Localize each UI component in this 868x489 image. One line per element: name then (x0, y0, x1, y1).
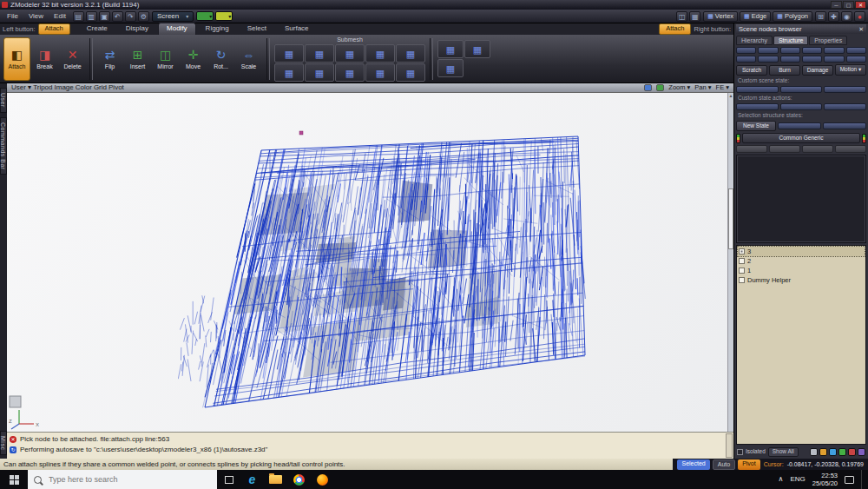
menu-edit[interactable]: Edit (49, 11, 70, 21)
undo-icon[interactable]: ↶ (112, 11, 123, 22)
color-swatch-0[interactable]: ▾ (196, 11, 214, 21)
mini-button[interactable] (824, 103, 866, 110)
mini-button[interactable] (823, 122, 866, 129)
mini-button[interactable] (835, 145, 866, 153)
tray-chevron-icon[interactable]: ∧ (779, 476, 784, 483)
snap-icon[interactable]: ⊞ (815, 11, 826, 22)
tab-rigging[interactable]: Rigging (197, 23, 238, 35)
settings-icon[interactable]: ⚙ (138, 11, 149, 22)
left-tab-user[interactable]: User (0, 88, 7, 113)
status-chip-pivot[interactable]: Pivot (738, 459, 760, 470)
render-icon[interactable]: ◉ (841, 11, 852, 22)
menu-view[interactable]: View (24, 11, 48, 21)
isolated-checkbox[interactable] (737, 449, 743, 455)
mini-button[interactable] (824, 56, 844, 63)
panel-bottom-icon-2[interactable] (829, 448, 837, 456)
scene-node-row[interactable]: 2 (738, 256, 865, 266)
view-shade-icon[interactable] (644, 84, 652, 91)
grid-icon[interactable]: ▦ (689, 11, 700, 22)
message-row[interactable]: ✕Pick node to be attached. file:attach.c… (10, 434, 723, 445)
submesh-button[interactable]: ▦ (396, 44, 425, 63)
record-icon[interactable]: ● (854, 11, 865, 22)
viewport-menu-tripod[interactable]: Tripod (33, 84, 52, 91)
mini-button[interactable] (780, 103, 823, 110)
node-checkbox[interactable] (739, 258, 745, 264)
mini-button[interactable] (802, 56, 822, 63)
tool-insert[interactable]: ⊞Insert (124, 37, 151, 81)
save-file-icon[interactable]: ▣ (99, 11, 110, 22)
submesh-button[interactable]: ▦ (305, 44, 334, 63)
toggle-polygon[interactable]: ▦Polygon (773, 11, 812, 22)
message-row[interactable]: ↻Performing autosave to "c:\users\user\d… (10, 445, 723, 455)
tool-delete[interactable]: ✕Delete (59, 37, 86, 81)
mini-button[interactable] (758, 56, 778, 63)
viewport-3d[interactable]: X Y Z (7, 93, 727, 432)
state-damage[interactable]: Damage (802, 65, 833, 76)
toggle-vertex[interactable]: ▦Vertex (703, 11, 738, 22)
state-scratch[interactable]: Scratch (736, 65, 767, 76)
edge-browser-button[interactable]: e (240, 470, 264, 489)
redo-icon[interactable]: ↷ (125, 11, 136, 22)
submesh-button[interactable]: ▦ (274, 63, 304, 82)
submesh-button[interactable]: ▦ (365, 44, 395, 63)
mini-button[interactable] (736, 47, 756, 54)
viewport-menu-image[interactable]: Image (55, 84, 74, 91)
new-scene-icon[interactable]: ▤ (73, 11, 84, 22)
new-state-button[interactable]: New State (736, 121, 776, 131)
search-input[interactable] (47, 474, 198, 485)
panel-bottom-icon-3[interactable] (838, 448, 846, 456)
message-log-scrollbar[interactable] (726, 433, 733, 458)
viewport-pan-control[interactable]: Pan ▾ (694, 84, 711, 91)
submesh-button[interactable]: ▦ (274, 44, 304, 63)
scene-node-row[interactable]: Dummy Helper (738, 275, 865, 285)
tab-create[interactable]: Create (78, 23, 116, 35)
menu-file[interactable]: File (3, 11, 23, 21)
tool-attach[interactable]: ◧Attach (3, 37, 30, 81)
node-checkbox[interactable] (739, 277, 745, 283)
mesh-tool-button[interactable]: ▦ (464, 40, 490, 58)
panel-tab-hierarchy[interactable]: Hierarchy (736, 36, 773, 45)
viewport-menu-grid[interactable]: Grid (94, 84, 107, 91)
panel-close-icon[interactable]: ✕ (858, 26, 864, 32)
submesh-button[interactable]: ▦ (335, 63, 365, 82)
start-button[interactable] (0, 470, 28, 489)
state-burn[interactable]: Burn (769, 65, 800, 76)
tool-flip[interactable]: ⇄Flip (96, 37, 123, 81)
viewport-zoom-control[interactable]: Zoom ▾ (668, 84, 690, 91)
tool-rot[interactable]: ↻Rot... (207, 37, 234, 81)
minimize-button[interactable]: ─ (831, 1, 842, 9)
left-button-mode-chip[interactable]: Attach (38, 23, 70, 35)
notification-icon[interactable] (845, 476, 854, 484)
submesh-button[interactable]: ▦ (365, 63, 395, 82)
scene-node-row[interactable]: 3 (738, 247, 865, 256)
submesh-button[interactable]: ▦ (396, 63, 425, 82)
viewport-menu-pivot[interactable]: Pivot (108, 84, 124, 91)
submesh-button[interactable]: ▦ (305, 63, 334, 82)
mini-button[interactable] (769, 145, 800, 153)
view-wire-icon[interactable] (656, 84, 664, 91)
mini-button[interactable] (736, 86, 779, 93)
structure-tree-area[interactable] (736, 155, 866, 243)
status-chip-selected[interactable]: Selected (677, 459, 709, 470)
mesh-tool-button[interactable]: ▦ (437, 59, 464, 77)
tool-scale[interactable]: ⇔Scale (235, 37, 262, 81)
screen-dropdown[interactable]: Screen ▾ (152, 11, 194, 22)
panel-tab-structure[interactable]: Structure (773, 36, 808, 45)
select-mode-icon[interactable]: ◫ (676, 11, 687, 22)
common-generic-button[interactable]: Common Generic (742, 133, 860, 143)
mini-button[interactable] (736, 145, 767, 153)
tab-modify[interactable]: Modify (158, 23, 196, 35)
submesh-button[interactable]: ▦ (335, 44, 365, 63)
mini-button[interactable] (780, 47, 800, 54)
viewport-scrollbar[interactable]: ▲ (727, 93, 733, 432)
state-motion[interactable]: Motion ▾ (835, 64, 866, 76)
node-checkbox[interactable] (739, 268, 745, 274)
panel-bottom-icon-4[interactable] (848, 448, 856, 456)
language-indicator[interactable]: ENG (790, 476, 805, 483)
task-view-button[interactable] (217, 470, 240, 489)
mini-button[interactable] (780, 86, 823, 93)
left-tab-misc[interactable]: Misc (0, 431, 7, 455)
firefox-browser-button[interactable] (311, 470, 334, 489)
mini-button[interactable] (846, 56, 866, 63)
tab-display[interactable]: Display (117, 23, 157, 35)
